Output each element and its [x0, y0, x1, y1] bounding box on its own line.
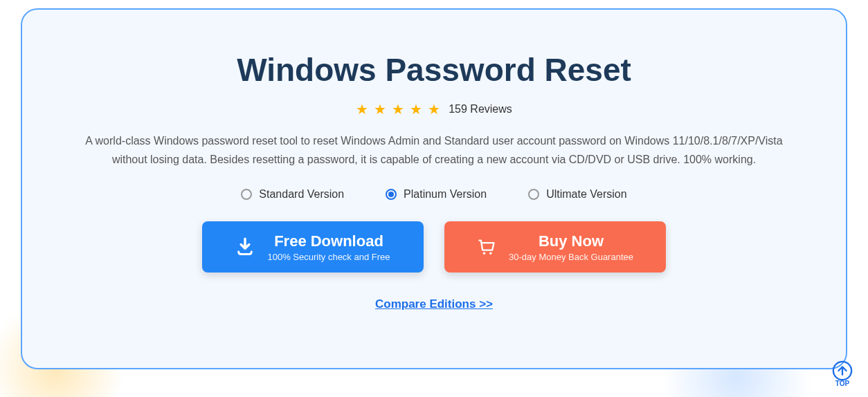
- arrow-up-icon: [832, 360, 853, 381]
- rating-row: ★ ★ ★ ★ ★ 159 Reviews: [356, 101, 512, 118]
- star-icon: ★: [410, 101, 422, 118]
- cta-row: Free Download 100% Security check and Fr…: [202, 221, 666, 273]
- scroll-to-top-button[interactable]: TOP: [826, 357, 858, 390]
- radio-label: Platinum Version: [404, 188, 487, 201]
- radio-label: Standard Version: [259, 188, 344, 201]
- top-label: TOP: [835, 380, 849, 387]
- buy-title: Buy Now: [539, 232, 604, 250]
- download-icon: [235, 237, 255, 257]
- radio-icon: [241, 189, 252, 200]
- free-download-button[interactable]: Free Download 100% Security check and Fr…: [202, 221, 424, 273]
- star-icon: ★: [392, 101, 404, 118]
- star-icon: ★: [428, 101, 440, 118]
- radio-label: Ultimate Version: [546, 188, 627, 201]
- download-title: Free Download: [274, 232, 383, 250]
- radio-icon: [386, 189, 397, 200]
- version-selector: Standard Version Platinum Version Ultima…: [241, 188, 626, 201]
- svg-point-1: [489, 252, 492, 255]
- radio-icon: [528, 189, 539, 200]
- compare-editions-link[interactable]: Compare Editions >>: [375, 297, 493, 311]
- radio-platinum-version[interactable]: Platinum Version: [386, 188, 487, 201]
- radio-dot-icon: [388, 192, 394, 197]
- reviews-count[interactable]: 159 Reviews: [449, 103, 512, 116]
- radio-ultimate-version[interactable]: Ultimate Version: [528, 188, 627, 201]
- svg-point-0: [483, 252, 486, 255]
- cart-icon: [477, 237, 496, 257]
- product-title: Windows Password Reset: [237, 51, 631, 89]
- download-subtitle: 100% Security check and Free: [267, 252, 390, 262]
- radio-standard-version[interactable]: Standard Version: [241, 188, 344, 201]
- star-icon: ★: [374, 101, 386, 118]
- product-card: Windows Password Reset ★ ★ ★ ★ ★ 159 Rev…: [21, 8, 847, 369]
- star-icon: ★: [356, 101, 368, 118]
- buy-now-button[interactable]: Buy Now 30-day Money Back Guarantee: [444, 221, 666, 273]
- buy-subtitle: 30-day Money Back Guarantee: [509, 252, 633, 262]
- product-description: A world-class Windows password reset too…: [71, 131, 797, 169]
